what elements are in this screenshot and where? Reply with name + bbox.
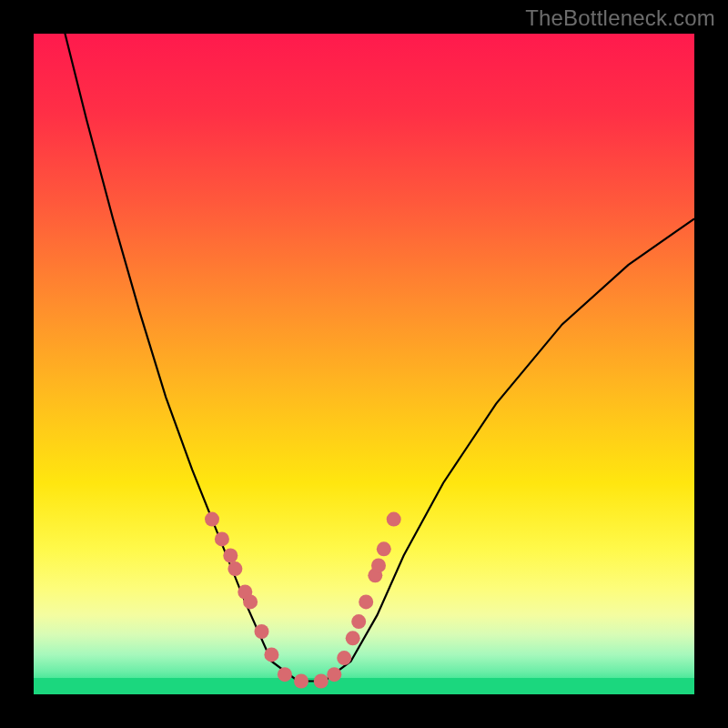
curve-path <box>34 34 694 682</box>
watermark-text: TheBottleneck.com <box>525 5 715 31</box>
chart-frame: TheBottleneck.com <box>0 0 728 728</box>
data-point <box>255 624 269 639</box>
chart-svg <box>34 34 694 694</box>
data-point <box>243 594 258 609</box>
data-point <box>387 512 401 527</box>
data-point <box>371 558 386 572</box>
data-point <box>294 674 308 689</box>
data-point <box>359 594 373 609</box>
data-point <box>314 674 329 689</box>
data-point <box>337 651 351 665</box>
highlighted-points <box>205 512 401 689</box>
data-point <box>205 512 219 527</box>
data-point <box>215 531 229 546</box>
data-point <box>351 614 366 629</box>
data-point <box>377 541 391 556</box>
bottleneck-curve <box>34 34 694 682</box>
data-point <box>327 667 341 682</box>
plot-area <box>34 34 694 694</box>
data-point <box>228 561 242 576</box>
data-point <box>223 549 238 563</box>
data-point <box>278 667 292 682</box>
data-point <box>264 647 278 662</box>
data-point <box>346 631 360 645</box>
